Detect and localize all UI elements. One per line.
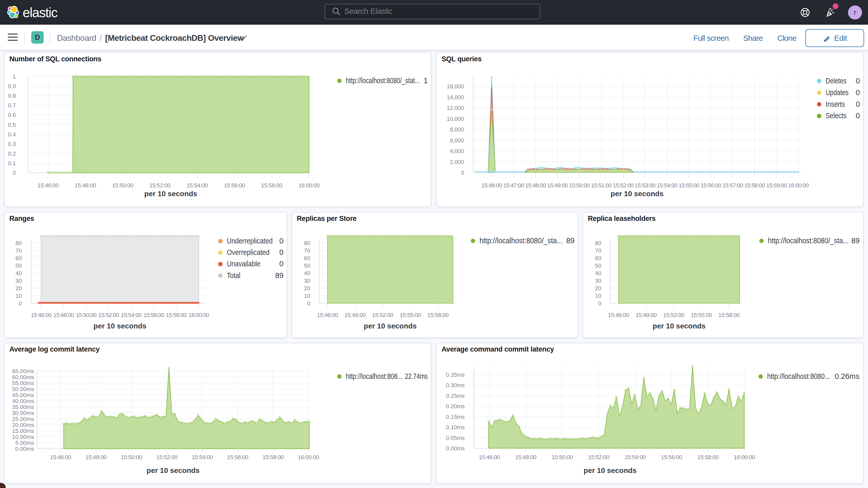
svg-text:20.00ms: 20.00ms bbox=[12, 422, 34, 428]
svg-text:80: 80 bbox=[595, 240, 601, 246]
svg-text:60.00ms: 60.00ms bbox=[12, 374, 34, 380]
svg-text:0.05ms: 0.05ms bbox=[446, 435, 465, 441]
svg-text:1: 1 bbox=[13, 73, 16, 80]
svg-text:15:55:00: 15:55:00 bbox=[691, 312, 712, 318]
svg-text:1: 1 bbox=[424, 77, 428, 85]
svg-text:Inserts: Inserts bbox=[826, 100, 845, 109]
svg-text:0.26ms: 0.26ms bbox=[835, 372, 860, 380]
svg-text:0.1: 0.1 bbox=[8, 160, 16, 166]
svg-text:80: 80 bbox=[16, 240, 22, 246]
svg-text:15:47:00: 15:47:00 bbox=[503, 182, 524, 189]
svg-text:0.8: 0.8 bbox=[8, 92, 16, 99]
svg-text:0.7: 0.7 bbox=[8, 102, 16, 109]
svg-text:Selects: Selects bbox=[826, 112, 846, 120]
svg-text:0.9: 0.9 bbox=[8, 83, 16, 89]
svg-text:60: 60 bbox=[304, 255, 310, 262]
svg-text:15:52:00: 15:52:00 bbox=[663, 312, 684, 318]
svg-text:15:50:00: 15:50:00 bbox=[552, 454, 573, 460]
svg-text:per 10 seconds: per 10 seconds bbox=[364, 322, 417, 330]
svg-text:per 10 seconds: per 10 seconds bbox=[611, 190, 664, 198]
svg-text:5.00ms: 5.00ms bbox=[16, 440, 34, 446]
svg-text:0.5: 0.5 bbox=[8, 122, 16, 128]
svg-text:15:54:00: 15:54:00 bbox=[121, 312, 142, 318]
svg-text:0: 0 bbox=[856, 77, 860, 85]
svg-text:15:46:00: 15:46:00 bbox=[31, 312, 52, 318]
svg-text:89: 89 bbox=[275, 271, 283, 280]
svg-text:0: 0 bbox=[13, 170, 16, 176]
svg-text:15:49:00: 15:49:00 bbox=[636, 312, 657, 318]
svg-text:2,000: 2,000 bbox=[450, 159, 464, 165]
svg-text:15:46:00: 15:46:00 bbox=[317, 312, 338, 318]
svg-text:15:50:00: 15:50:00 bbox=[569, 182, 590, 189]
svg-text:15:59:00: 15:59:00 bbox=[766, 182, 787, 189]
svg-text:15:58:00: 15:58:00 bbox=[744, 182, 765, 189]
svg-text:70: 70 bbox=[304, 247, 310, 254]
svg-text:10: 10 bbox=[304, 293, 310, 299]
svg-text:15:49:00: 15:49:00 bbox=[547, 182, 568, 189]
svg-text:15:56:00: 15:56:00 bbox=[224, 182, 245, 189]
svg-text:16:00:00: 16:00:00 bbox=[188, 312, 209, 318]
svg-text:Unavailable: Unavailable bbox=[227, 260, 260, 268]
svg-text:0: 0 bbox=[307, 300, 310, 307]
svg-text:http://localhost:8080/_sta...: http://localhost:8080/_sta... bbox=[768, 237, 848, 245]
svg-text:15:46:00: 15:46:00 bbox=[608, 312, 629, 318]
svg-text:15:48:00: 15:48:00 bbox=[515, 454, 536, 460]
svg-text:15:57:00: 15:57:00 bbox=[722, 182, 743, 189]
svg-text:15:56:00: 15:56:00 bbox=[227, 454, 248, 460]
svg-text:20: 20 bbox=[304, 285, 310, 292]
svg-text:0.35ms: 0.35ms bbox=[446, 372, 465, 378]
svg-text:10: 10 bbox=[595, 293, 601, 299]
svg-text:16:00:00: 16:00:00 bbox=[788, 182, 809, 189]
svg-text:http://localhost:8080/_stat...: http://localhost:8080/_stat... bbox=[346, 77, 420, 85]
svg-text:15:50:00: 15:50:00 bbox=[76, 312, 97, 318]
svg-text:16:00:00: 16:00:00 bbox=[298, 454, 319, 460]
svg-text:15:51:00: 15:51:00 bbox=[591, 182, 612, 189]
svg-text:per 10 seconds: per 10 seconds bbox=[147, 466, 199, 475]
svg-text:40: 40 bbox=[16, 270, 22, 276]
svg-text:15:46:00: 15:46:00 bbox=[50, 454, 71, 460]
svg-text:70: 70 bbox=[595, 247, 601, 254]
svg-text:http://localhost:808...: http://localhost:808... bbox=[346, 372, 403, 380]
svg-text:50: 50 bbox=[304, 263, 310, 269]
svg-text:15:48:00: 15:48:00 bbox=[53, 312, 74, 318]
svg-text:0: 0 bbox=[598, 300, 601, 307]
svg-text:45.00ms: 45.00ms bbox=[12, 392, 34, 398]
svg-text:35.00ms: 35.00ms bbox=[12, 404, 34, 410]
svg-text:70: 70 bbox=[16, 247, 22, 254]
svg-text:22.74ms: 22.74ms bbox=[405, 372, 428, 380]
svg-text:15:58:00: 15:58:00 bbox=[697, 454, 719, 460]
svg-text:80: 80 bbox=[304, 240, 310, 246]
svg-text:15.00ms: 15.00ms bbox=[12, 428, 34, 434]
svg-text:per 10 seconds: per 10 seconds bbox=[653, 322, 706, 330]
svg-text:16:00:00: 16:00:00 bbox=[734, 454, 755, 460]
svg-text:20: 20 bbox=[595, 285, 601, 292]
svg-text:0.25ms: 0.25ms bbox=[446, 393, 465, 399]
svg-text:15:56:00: 15:56:00 bbox=[701, 182, 721, 189]
svg-text:15:50:00: 15:50:00 bbox=[121, 454, 142, 460]
svg-text:http://localhost:8080/_sta...: http://localhost:8080/_sta... bbox=[479, 237, 563, 245]
svg-text:40: 40 bbox=[595, 270, 601, 276]
svg-text:8,000: 8,000 bbox=[450, 126, 464, 133]
svg-text:30.00ms: 30.00ms bbox=[12, 410, 34, 416]
svg-text:per 10 seconds: per 10 seconds bbox=[584, 466, 637, 475]
svg-text:0: 0 bbox=[279, 260, 283, 268]
svg-text:15:50:00: 15:50:00 bbox=[112, 182, 133, 189]
svg-text:16:00:00: 16:00:00 bbox=[298, 182, 320, 189]
svg-text:30: 30 bbox=[16, 277, 22, 284]
svg-text:25.00ms: 25.00ms bbox=[12, 416, 34, 422]
svg-text:15:52:00: 15:52:00 bbox=[588, 454, 610, 460]
svg-text:50: 50 bbox=[16, 263, 22, 269]
svg-text:15:52:00: 15:52:00 bbox=[613, 182, 633, 189]
svg-text:0: 0 bbox=[856, 88, 860, 97]
svg-text:15:52:00: 15:52:00 bbox=[372, 312, 394, 318]
svg-text:15:52:00: 15:52:00 bbox=[156, 454, 178, 460]
svg-text:0: 0 bbox=[856, 100, 860, 109]
svg-text:Updates: Updates bbox=[826, 88, 848, 97]
svg-text:0.10ms: 0.10ms bbox=[446, 424, 465, 431]
svg-text:0: 0 bbox=[279, 248, 283, 256]
svg-text:15:58:00: 15:58:00 bbox=[166, 312, 187, 318]
svg-text:0: 0 bbox=[279, 237, 283, 245]
svg-text:Overreplicated: Overreplicated bbox=[227, 248, 270, 256]
svg-text:30: 30 bbox=[595, 277, 601, 284]
svg-text:0.6: 0.6 bbox=[8, 112, 16, 118]
